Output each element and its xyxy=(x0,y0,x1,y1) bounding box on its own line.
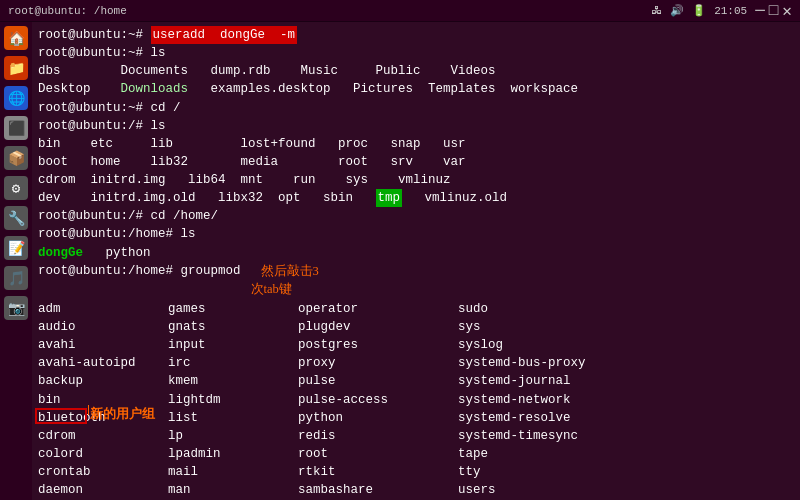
terminal-line-2: root@ubuntu:~# ls xyxy=(38,44,794,62)
terminal[interactable]: root@ubuntu:~# useradd dongGe -m root@ub… xyxy=(32,22,800,500)
ls-root-2: boot home lib32 media root srv var xyxy=(38,153,794,171)
terminal-line-groupmod: root@ubuntu:/home# groupmod 然后敲击3 xyxy=(38,262,794,280)
network-icon: 🖧 xyxy=(651,4,662,17)
terminal-line-6: root@ubuntu:/# ls xyxy=(38,117,794,135)
sidebar-icon-browser[interactable]: 🌐 xyxy=(4,86,28,110)
terminal-line-ls-home: root@ubuntu:/home# ls xyxy=(38,225,794,243)
annotation-then-press3: 然后敲击3 xyxy=(261,262,319,280)
close-button[interactable]: ✕ xyxy=(782,1,792,21)
sidebar-icon-app1[interactable]: 📦 xyxy=(4,146,28,170)
ls-col-downloads: Downloads xyxy=(121,80,189,98)
ls-root-3: cdrom initrd.img lib64 mnt run sys vmlin… xyxy=(38,171,794,189)
cmd-groupmod: groupmod xyxy=(181,262,241,280)
time-display: 21:05 xyxy=(714,5,747,17)
terminal-line-cd-home: root@ubuntu:/# cd /home/ xyxy=(38,207,794,225)
users-col-2: games gnats input irc kmem lightdm list … xyxy=(168,300,298,500)
sidebar-icon-files[interactable]: 📁 xyxy=(4,56,28,80)
maximize-button[interactable]: □ xyxy=(769,2,779,20)
sidebar-icon-home[interactable]: 🏠 xyxy=(4,26,28,50)
prompt-2: root@ubuntu:~# ls xyxy=(38,44,166,62)
cmd-useradd: useradd dongGe -m xyxy=(151,26,298,44)
sidebar: 🏠 📁 🌐 ⬛ 📦 ⚙️ 🔧 📝 🎵 📷 xyxy=(0,22,32,500)
annotation-tab: 次tab键 xyxy=(251,280,292,298)
prompt-ls-home: root@ubuntu:/home# ls xyxy=(38,225,196,243)
battery-icon: 🔋 xyxy=(692,4,706,17)
minimize-button[interactable]: ─ xyxy=(755,2,765,20)
titlebar: root@ubuntu: /home 🖧 🔊 🔋 21:05 ─ □ ✕ xyxy=(0,0,800,22)
prompt-groupmod: root@ubuntu:/home# xyxy=(38,262,181,280)
prompt-cd-home: root@ubuntu:/# cd /home/ xyxy=(38,207,218,225)
prompt-5: root@ubuntu:~# cd / xyxy=(38,99,181,117)
volume-icon: 🔊 xyxy=(670,4,684,17)
prompt-6: root@ubuntu:/# ls xyxy=(38,117,166,135)
annotation-tab-line: root@ubuntu:/home# groupmod 次tab键 xyxy=(38,280,794,298)
ls-root-1: bin etc lib lost+found proc snap usr xyxy=(38,135,794,153)
ls-output-1: dbs Documents dump.rdb Music Public Vide… xyxy=(38,62,496,80)
tmp-label: tmp xyxy=(376,189,403,207)
users-col-3: operator plugdev postgres proxy pulse pu… xyxy=(298,300,458,500)
terminal-line-4: Desktop Downloads examples.desktop Pictu… xyxy=(38,80,794,98)
sidebar-icon-app4[interactable]: 📝 xyxy=(4,236,28,260)
sidebar-icon-app2[interactable]: ⚙️ xyxy=(4,176,28,200)
ls-col-rest: examples.desktop Pictures Templates work… xyxy=(188,80,578,98)
terminal-line-1: root@ubuntu:~# useradd dongGe -m xyxy=(38,26,794,44)
titlebar-title: root@ubuntu: /home xyxy=(8,5,127,17)
terminal-line-3: dbs Documents dump.rdb Music Public Vide… xyxy=(38,62,794,80)
sidebar-icon-app3[interactable]: 🔧 xyxy=(4,206,28,230)
window-controls[interactable]: ─ □ ✕ xyxy=(755,1,792,21)
sidebar-icon-app5[interactable]: 🎵 xyxy=(4,266,28,290)
ls-col-desktop: Desktop xyxy=(38,80,121,98)
terminal-line-5: root@ubuntu:~# cd / xyxy=(38,99,794,117)
ls-root-4: dev initrd.img.old libx32 opt sbin tmp v… xyxy=(38,189,794,207)
home-ls-output: dongGe python xyxy=(38,244,794,262)
sidebar-icon-app6[interactable]: 📷 xyxy=(4,296,28,320)
users-list: adm audio avahi avahi-autoipd backup bin… xyxy=(38,300,794,500)
users-col-1: adm audio avahi avahi-autoipd backup bin… xyxy=(38,300,168,500)
titlebar-right: 🖧 🔊 🔋 21:05 ─ □ ✕ xyxy=(651,1,792,21)
users-col-4: sudo sys syslog systemd-bus-proxy system… xyxy=(458,300,618,500)
dongge-dir: dongGe xyxy=(38,244,83,262)
sidebar-icon-terminal[interactable]: ⬛ xyxy=(4,116,28,140)
prompt-1: root@ubuntu:~# xyxy=(38,26,151,44)
titlebar-left: root@ubuntu: /home xyxy=(8,5,127,17)
